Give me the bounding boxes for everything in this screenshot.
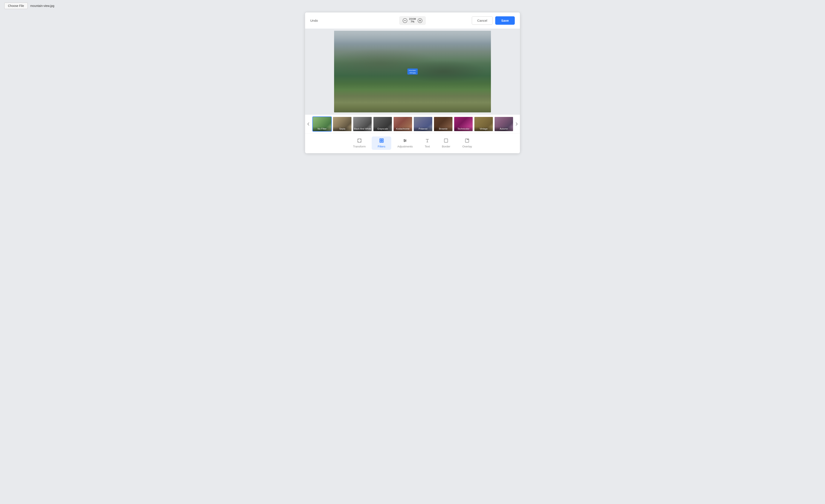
border-icon (444, 138, 448, 144)
zoom-label-text: ZOOM (409, 18, 416, 20)
choose-file-button[interactable]: Choose File (4, 3, 28, 9)
filter-sepia-label: Sepia (333, 127, 352, 131)
file-name: mountain-view.jpg (30, 4, 54, 7)
editor-panel: Undo ZOOM 7% Cancel Save (305, 12, 520, 153)
nav-item-transform[interactable]: Transform (347, 137, 372, 150)
cancel-button[interactable]: Cancel (472, 16, 493, 25)
svg-rect-9 (380, 139, 381, 140)
filter-black-and-white[interactable]: Black And White (353, 117, 372, 132)
nav-item-filters[interactable]: Filters (372, 137, 391, 150)
svg-point-18 (404, 141, 405, 142)
nav-item-overlay[interactable]: Overlay (456, 137, 478, 150)
nav-label-border: Border (442, 145, 450, 148)
filter-autumn[interactable]: Autumn (494, 117, 514, 132)
canvas-area: mountain- view.jpg (305, 28, 520, 115)
filter-grayscale[interactable]: Grayscale (373, 117, 392, 132)
filter-polaroid[interactable]: Polaroid (414, 117, 433, 132)
filter-technicolor[interactable]: Technicolor (454, 117, 473, 132)
bottom-nav: Transform Filters (305, 133, 520, 153)
filter-brownie[interactable]: Brownie (434, 117, 453, 132)
nav-label-filters: Filters (378, 145, 385, 148)
save-button[interactable]: Save (495, 16, 515, 25)
svg-rect-11 (380, 141, 381, 142)
nav-item-adjustments[interactable]: Adjustments (391, 137, 419, 150)
zoom-value: 7% (409, 20, 416, 23)
filter-brownie-label: Brownie (434, 127, 452, 131)
filter-no-filter-label: No Filter (313, 127, 331, 131)
transform-icon (357, 138, 362, 144)
overlay-icon (465, 138, 469, 144)
filters-scroll-container: No Filter Sepia Black And White Grayscal… (305, 115, 520, 133)
main-image: mountain- view.jpg (334, 31, 491, 113)
filters-icon (379, 138, 384, 144)
svg-rect-10 (382, 139, 383, 140)
svg-point-16 (404, 139, 405, 140)
text-icon (425, 138, 430, 144)
svg-rect-27 (467, 139, 469, 140)
scroll-right-arrow[interactable] (514, 122, 520, 126)
svg-rect-22 (444, 139, 448, 142)
zoom-out-button[interactable] (402, 18, 407, 23)
filters-list: No Filter Sepia Black And White Grayscal… (311, 117, 514, 132)
nav-label-transform: Transform (353, 145, 366, 148)
zoom-in-button[interactable] (418, 18, 423, 23)
filter-polaroid-label: Polaroid (414, 127, 432, 131)
file-row: Choose File mountain-view.jpg (4, 3, 821, 9)
filter-bw-label: Black And White (353, 127, 372, 131)
filters-strip: No Filter Sepia Black And White Grayscal… (305, 115, 520, 133)
svg-point-17 (405, 140, 406, 141)
filter-kodachrome-label: Kodachrome (394, 127, 412, 131)
filter-vintage-label: Vintage (474, 127, 493, 131)
filter-vintage[interactable]: Vintage (474, 117, 493, 132)
undo-button[interactable]: Undo (310, 19, 318, 22)
filter-grayscale-label: Grayscale (373, 127, 392, 131)
toolbar: Undo ZOOM 7% Cancel Save (305, 12, 520, 28)
filter-autumn-label: Autumn (495, 127, 513, 131)
nav-label-overlay: Overlay (462, 145, 472, 148)
toolbar-actions: Cancel Save (472, 16, 515, 25)
nav-item-text[interactable]: Text (419, 137, 436, 150)
zoom-control: ZOOM 7% (399, 16, 426, 25)
filter-technicolor-label: Technicolor (454, 127, 473, 131)
scroll-left-arrow[interactable] (305, 122, 311, 126)
nav-label-adjustments: Adjustments (397, 145, 413, 148)
svg-rect-12 (382, 141, 383, 142)
nav-label-text: Text (425, 145, 430, 148)
nav-item-border[interactable]: Border (436, 137, 456, 150)
filter-no-filter[interactable]: No Filter (312, 117, 332, 132)
adjustments-icon (402, 138, 407, 144)
filter-kodachrome[interactable]: Kodachrome (393, 117, 412, 132)
watermark: mountain- view.jpg (407, 69, 418, 75)
filter-sepia[interactable]: Sepia (332, 117, 352, 132)
